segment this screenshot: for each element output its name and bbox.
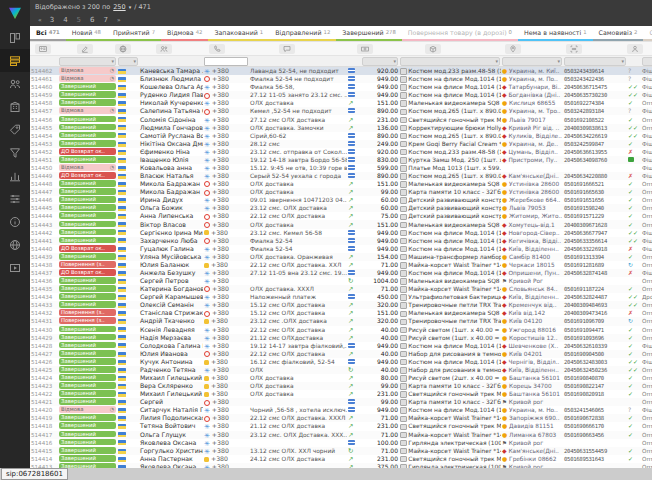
table-row[interactable]: 514446ЗавершенийИрина Дидух✳ +38009.01 з… [30, 196, 652, 204]
table-row[interactable]: 514459ЗавершенийРуденко Лидия Пав.. +380… [30, 91, 652, 99]
table-row[interactable]: 514434ЗавершенийСергей Карамышев✳ +380На… [30, 293, 652, 301]
table-row[interactable]: 514460ЗавершенийКошелева Ольга Ар..✳ +38… [30, 83, 652, 91]
tab-всі[interactable]: Всі471 [30, 26, 66, 41]
sidebar-item-sliders[interactable] [0, 187, 30, 210]
first-page-button[interactable]: « [38, 16, 41, 23]
table-row[interactable]: 514433ЗавершенийОлексій Семанін✳ +38015.… [30, 301, 652, 309]
table-row[interactable]: 514436ЗавершенийСергей Петров✳ +380↻1004… [30, 277, 652, 285]
filter-dropdown-manager[interactable]: ▾ [642, 57, 652, 66]
column-header-flag[interactable] [113, 42, 133, 55]
tab-самовивіз[interactable]: Самовивіз2 [593, 26, 644, 41]
table-row[interactable]: 514422ЗавершенийМихаил Гилецький +380ОЛХ… [30, 390, 652, 398]
table-row[interactable]: 514432Повернення (з..Станіслав Стрижак +… [30, 309, 652, 317]
table-row[interactable]: 514442ЗавершенийСергієнко Ірина Ми.. +38… [30, 229, 652, 237]
table-row[interactable]: 514421ЗавершенийСергей +38099.00 Карта п… [30, 398, 652, 406]
page-4[interactable]: 4 [63, 16, 67, 24]
tab-повернення-товару-в-дорозі-[interactable]: Повернення товару (в дорозі)0 [402, 26, 518, 41]
column-header-ttn[interactable] [543, 42, 605, 55]
column-header-pay[interactable] [335, 42, 347, 55]
sidebar-item-chart[interactable] [0, 164, 30, 187]
filter-dropdown-delivery[interactable]: ▾ [502, 57, 562, 66]
table-row[interactable]: 514414ЗавершенийАнна Пастернак +38024.12… [30, 455, 652, 463]
sidebar-item-info[interactable] [0, 210, 30, 233]
page-7[interactable]: 7 [104, 16, 108, 24]
table-row[interactable]: 514424ЗавершенийМихаил Гилецький +380ОЛХ… [30, 374, 652, 382]
table-row[interactable]: 514453ЗавершенийНікітіна Оксана Дми..✳ +… [30, 140, 652, 148]
table-row[interactable]: 514461Відмова◔Близнюк Людмила .. +380Фиа… [30, 75, 652, 83]
sidebar-item-globe[interactable] [0, 233, 30, 256]
table-row[interactable]: 514449ДО Возврат ок..Власюк Наталья✳ +38… [30, 172, 652, 180]
page-6[interactable]: 6 [90, 16, 94, 24]
table-row[interactable]: 514448ЗавершенийМикола Бадражан +380ОЛХ … [30, 180, 652, 188]
table-row[interactable]: 514439ЗавершенийУляна Мусійовська✳ +380О… [30, 253, 652, 261]
sidebar-item-company[interactable] [0, 95, 30, 118]
sidebar-item-tag[interactable] [0, 118, 30, 141]
filter-dropdown-flag[interactable]: ▾ [118, 57, 138, 66]
table-row[interactable]: 514428ЗавершенийСолодкова Галина В..✳ +3… [30, 342, 652, 350]
column-header-name[interactable] [133, 42, 195, 55]
column-header-product[interactable] [383, 42, 483, 55]
tab-відмова[interactable]: Відмова42 [161, 26, 208, 41]
table-row[interactable]: 514427ЗавершенийЮлия Иванова +38022.12 с… [30, 350, 652, 358]
table-row[interactable]: 514420Відмова◔Ситарчук Наталія Гр..✳ +38… [30, 406, 652, 414]
table-row[interactable]: 514418ЗавершенийТетяна Войтович✳ +38021.… [30, 422, 652, 430]
table-row[interactable]: 514438Повернення (з..Юлия Баланюк +38022… [30, 261, 652, 269]
sidebar-item-contacts[interactable] [0, 72, 30, 95]
sidebar-item-funnel[interactable] [0, 141, 30, 164]
tab-запакований[interactable]: Запакований1 [208, 26, 269, 41]
last-page-button[interactable]: » [117, 16, 120, 23]
tab-нема-в-наявності[interactable]: Нема в наявності1 [518, 26, 593, 41]
sidebar-item-orders[interactable] [0, 49, 30, 72]
table-row[interactable]: 514445ЗавершенийОльга Божик✳ +38023.12 с… [30, 204, 652, 212]
tab-відправлений[interactable]: Відправлений12 [269, 26, 336, 41]
table-row[interactable]: 514437ДО Возврат ок..Анжела Безушку✳ +38… [30, 269, 652, 277]
column-header-delivery[interactable] [483, 42, 543, 55]
tab-новий[interactable]: Новий48 [66, 26, 107, 41]
table-row[interactable]: 514419ЗавершенийЛилия Подолинская +38022… [30, 414, 652, 422]
filter-dropdown-product[interactable]: ▾ [400, 57, 500, 66]
column-header-id[interactable] [30, 42, 56, 55]
table-row[interactable]: 514441ЗавершенийЗахарченко Люба +380Фиал… [30, 237, 652, 245]
sidebar-item-video[interactable] [0, 256, 30, 279]
table-row[interactable]: 514457Відмова◔Салепина Татьяна С.. +380К… [30, 107, 652, 115]
filter-dropdown-status[interactable]: ▾ [59, 57, 116, 66]
table-row[interactable]: 514447ЗавершенийМикола Бадражан +380ОЛХ … [30, 188, 652, 196]
table-row[interactable]: 514415ЗавершенийГоргулько Христина..✳ +3… [30, 447, 652, 455]
filter-dropdown-price[interactable]: ▾ [362, 57, 398, 66]
filter-dropdown-ttn[interactable]: ▾ [564, 57, 626, 66]
table-row[interactable]: 514450Відмова◔Ковальова анна✳ +38015.12.… [30, 164, 652, 172]
table-row[interactable]: 514426ЗавершенийКучук Антонина +38016.12… [30, 358, 652, 366]
table-row[interactable]: 514452ДО Возврат ок..Єфименко Ніна✳ +380… [30, 148, 652, 156]
column-header-ttn_status[interactable] [605, 42, 617, 55]
table-row[interactable]: 514423ЗавершенийВера Скляренко +380ОЛХ д… [30, 382, 652, 390]
table-row[interactable]: 514462Відмова◔Каневська Тамара ..✳ +380Л… [30, 67, 652, 75]
sidebar-item-kanban[interactable] [0, 26, 30, 49]
filter-input-phone[interactable] [204, 57, 248, 66]
column-header-phone[interactable] [195, 42, 239, 55]
tab-завершений[interactable]: Завершений278 [336, 26, 402, 41]
page-5[interactable]: 5 [77, 16, 81, 24]
table-row[interactable]: 514431Повернення (з..Андрій Ткаченко +38… [30, 317, 652, 325]
table-row[interactable]: 514443ЗавершенийВіктор Власов +380ОЛХ до… [30, 220, 652, 228]
table-row[interactable]: 514455ЗавершенийЛюдмила Гончарова✳ +380О… [30, 124, 652, 132]
column-header-price[interactable] [347, 42, 383, 55]
table-row[interactable]: 514417ЗавершенийОльга Глущук✳ +38023.12 … [30, 431, 652, 439]
app-logo[interactable] [0, 0, 30, 26]
table-row[interactable]: 514454ЗавершенийСамотій Руслана Во..✳ +3… [30, 132, 652, 140]
table-row[interactable]: 514458ЗавершенийНиколай Кучеренко✳ +380О… [30, 99, 652, 107]
table-row[interactable]: 514430ЗавершенийКсенія Левадняя✳ +38022.… [30, 326, 652, 334]
table-row[interactable]: 514416ЗавершенийЯковлева Оксана✳ +380100… [30, 439, 652, 447]
table-row[interactable]: 514456ЗавершенийСоломія Сідоніна✳ +38027… [30, 115, 652, 123]
column-header-manager[interactable] [617, 42, 652, 55]
chevron-down-icon[interactable]: ▾ [129, 4, 132, 10]
table-row[interactable]: 514435ЗавершенийКатерина Богданова +380О… [30, 285, 652, 293]
table-row[interactable]: 514440ДО Возврат ок..Гуцалюк Галина✳ +38… [30, 245, 652, 253]
table-row[interactable]: 514425ЗавершенийРадченко Тетяна✳ +380ОЛХ… [30, 366, 652, 374]
column-header-comment[interactable] [239, 42, 335, 55]
table-row[interactable]: 514451ЗавершенийІващенко Юлія✳ +38019.12… [30, 156, 652, 164]
tab-сервіси[interactable]: Сервіси0 [643, 26, 652, 41]
table-row[interactable]: 514429ЗавершенийНадія Мерзаєва✳ +38021.1… [30, 334, 652, 342]
table-row[interactable]: 514444ЗавершенийАнна Липенська +38022.12… [30, 212, 652, 220]
tab-прийнятий[interactable]: Прийнятий7 [107, 26, 161, 41]
page-size-link[interactable]: 250 [113, 3, 125, 11]
